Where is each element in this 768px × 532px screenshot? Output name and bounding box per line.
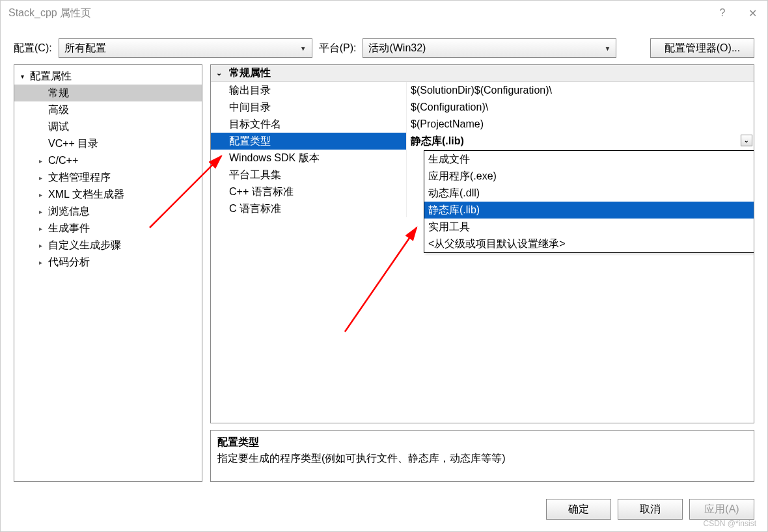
dropdown-option[interactable]: 生成文件 <box>424 151 754 168</box>
config-combo[interactable]: 所有配置 ▼ <box>59 38 312 58</box>
dropdown-option[interactable]: 应用程序(.exe) <box>424 168 754 185</box>
property-value[interactable]: $(SolutionDir)$(Configuration)\ <box>406 82 754 99</box>
property-row[interactable]: 配置类型静态库(.lib)⌄ <box>211 133 754 150</box>
description-title: 配置类型 <box>217 436 747 449</box>
tree-item-buildevents[interactable]: 生成事件 <box>14 220 202 237</box>
ok-button[interactable]: 确定 <box>546 499 611 520</box>
platform-label: 平台(P): <box>319 42 357 55</box>
description-panel: 配置类型 指定要生成的程序类型(例如可执行文件、静态库，动态库等等) <box>210 430 754 482</box>
config-manager-button[interactable]: 配置管理器(O)... <box>650 38 754 58</box>
config-type-dropdown[interactable]: 生成文件应用程序(.exe)动态库(.dll)静态库(.lib)实用工具<从父级… <box>424 150 754 253</box>
tree-label: 高级 <box>48 103 69 117</box>
tree-root-config-properties[interactable]: 配置属性 <box>14 68 202 85</box>
tree-item-xmlgen[interactable]: XML 文档生成器 <box>14 186 202 203</box>
tree-item-debug[interactable]: 调试 <box>14 118 202 135</box>
property-page-window: Stack_cpp 属性页 ? ✕ 配置(C): 所有配置 ▼ 平台(P): 活… <box>0 0 768 532</box>
config-bar: 配置(C): 所有配置 ▼ 平台(P): 活动(Win32) ▼ 配置管理器(O… <box>1 25 767 64</box>
property-grid: ⌄ 常规属性 输出目录$(SolutionDir)$(Configuration… <box>210 64 754 423</box>
dropdown-button[interactable]: ⌄ <box>741 135 752 146</box>
ok-label: 确定 <box>568 503 589 516</box>
config-label: 配置(C): <box>14 42 52 55</box>
property-name: 输出目录 <box>211 82 406 99</box>
tree-label: 生成事件 <box>48 222 90 235</box>
tree-item-codeanalysis[interactable]: 代码分析 <box>14 254 202 271</box>
cancel-button[interactable]: 取消 <box>618 499 683 520</box>
platform-combo[interactable]: 活动(Win32) ▼ <box>363 38 616 58</box>
close-button[interactable]: ✕ <box>737 1 767 25</box>
group-header-general[interactable]: ⌄ 常规属性 <box>211 65 754 82</box>
tree-label: C/C++ <box>48 155 78 166</box>
cancel-label: 取消 <box>640 503 661 516</box>
description-text: 指定要生成的程序类型(例如可执行文件、静态库，动态库等等) <box>217 452 747 466</box>
dialog-body: 配置属性 常规 高级 调试 VC++ 目录 C/C++ 文档管理程序 XML 文… <box>1 64 767 490</box>
tree-item-browse[interactable]: 浏览信息 <box>14 203 202 220</box>
tree-label: 代码分析 <box>48 256 90 269</box>
apply-label: 应用(A) <box>704 503 739 516</box>
property-name: 中间目录 <box>211 99 406 116</box>
help-button[interactable]: ? <box>707 1 737 25</box>
tree-item-general[interactable]: 常规 <box>14 85 202 101</box>
property-row[interactable]: 中间目录$(Configuration)\ <box>211 99 754 116</box>
apply-button[interactable]: 应用(A) <box>689 499 754 520</box>
titlebar: Stack_cpp 属性页 ? ✕ <box>1 1 767 25</box>
tree-item-custombuild[interactable]: 自定义生成步骤 <box>14 237 202 254</box>
property-name: C 语言标准 <box>211 200 406 217</box>
property-value[interactable]: $(Configuration)\ <box>406 99 754 116</box>
tree-item-cpp[interactable]: C/C++ <box>14 152 202 169</box>
property-value[interactable]: $(ProjectName) <box>406 116 754 133</box>
right-panel: ⌄ 常规属性 输出目录$(SolutionDir)$(Configuration… <box>210 64 754 482</box>
group-title: 常规属性 <box>229 66 271 80</box>
help-icon: ? <box>720 7 726 19</box>
platform-value: 活动(Win32) <box>368 42 426 55</box>
tree-label: 自定义生成步骤 <box>48 239 121 252</box>
config-manager-label: 配置管理器(O)... <box>665 42 740 55</box>
close-icon: ✕ <box>748 7 757 20</box>
category-tree[interactable]: 配置属性 常规 高级 调试 VC++ 目录 C/C++ 文档管理程序 XML 文… <box>14 64 202 482</box>
property-row[interactable]: 目标文件名$(ProjectName) <box>211 116 754 133</box>
dropdown-option[interactable]: 动态库(.dll) <box>424 185 754 202</box>
tree-item-vcdir[interactable]: VC++ 目录 <box>14 135 202 152</box>
property-name: C++ 语言标准 <box>211 183 406 200</box>
property-name: Windows SDK 版本 <box>211 150 406 166</box>
property-value[interactable]: 静态库(.lib)⌄ <box>406 133 754 150</box>
config-value: 所有配置 <box>64 42 106 55</box>
tree-label: 常规 <box>48 86 69 100</box>
dropdown-option[interactable]: 静态库(.lib) <box>424 202 754 219</box>
tree-label: 文档管理程序 <box>48 171 111 185</box>
tree-label: 浏览信息 <box>48 205 90 219</box>
property-name: 平台工具集 <box>211 166 406 183</box>
property-row[interactable]: 输出目录$(SolutionDir)$(Configuration)\ <box>211 82 754 99</box>
tree-label: 配置属性 <box>30 70 72 83</box>
property-name: 配置类型 <box>211 133 406 150</box>
tree-item-advanced[interactable]: 高级 <box>14 101 202 118</box>
tree-label: VC++ 目录 <box>48 137 98 151</box>
tree-label: XML 文档生成器 <box>48 188 124 202</box>
dialog-footer: 确定 取消 应用(A) <box>1 490 767 531</box>
watermark: CSDN @*insist <box>703 519 756 528</box>
property-name: 目标文件名 <box>211 116 406 133</box>
window-title: Stack_cpp 属性页 <box>8 7 91 20</box>
dropdown-option[interactable]: <从父级或项目默认设置继承> <box>424 235 754 252</box>
tree-item-docmgr[interactable]: 文档管理程序 <box>14 169 202 186</box>
chevron-down-icon: ▼ <box>300 45 307 52</box>
chevron-down-icon: ⌄ <box>216 69 229 77</box>
dropdown-option[interactable]: 实用工具 <box>424 219 754 235</box>
chevron-down-icon: ▼ <box>605 45 611 52</box>
tree-label: 调试 <box>48 120 69 134</box>
